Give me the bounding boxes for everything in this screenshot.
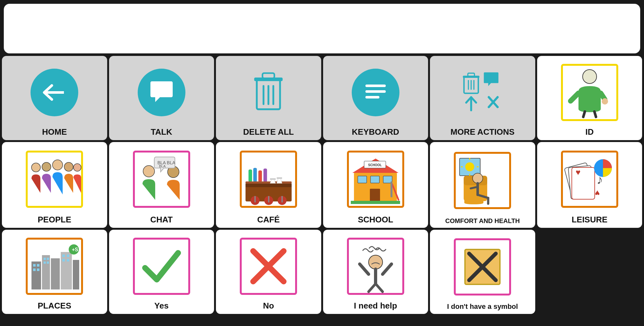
chat-button[interactable]: BLA BLA BLA CHAT (109, 142, 214, 228)
svg-point-59 (465, 162, 474, 171)
more-actions-icon-container (433, 60, 533, 125)
leisure-inner-frame: ♥ ♥ ♪ (561, 151, 618, 208)
svg-rect-80 (42, 255, 50, 289)
people-inner-frame (26, 151, 83, 208)
keyboard-button[interactable]: KEYBOARD (323, 56, 428, 140)
comfort-health-label: COMFORT AND HEALTH (445, 217, 520, 225)
cafe-inner-frame (240, 151, 297, 208)
more-actions-label: MORE ACTIONS (451, 127, 515, 137)
svg-rect-35 (253, 168, 257, 182)
people-button[interactable]: PEOPLE (2, 142, 107, 228)
leisure-button[interactable]: ♥ ♥ ♪ LEISURE (537, 142, 642, 228)
svg-rect-37 (264, 169, 267, 182)
home-label: HOME (42, 127, 67, 137)
svg-point-67 (473, 173, 483, 183)
svg-rect-84 (33, 264, 36, 267)
keyboard-label: KEYBOARD (352, 127, 399, 137)
id-button[interactable]: ID (537, 56, 642, 140)
yes-button[interactable]: Yes (109, 230, 214, 314)
id-label: ID (585, 127, 594, 137)
svg-line-102 (383, 264, 391, 274)
delete-all-label: DELETE ALL (243, 127, 294, 137)
chat-label: CHAT (150, 215, 173, 225)
people-icon-container (4, 146, 105, 212)
svg-point-26 (64, 162, 73, 171)
no-symbol-label: I don't have a symbol (447, 302, 518, 311)
svg-rect-52 (370, 189, 380, 201)
comfort-health-button[interactable]: COMFORT AND HEALTH (430, 142, 535, 228)
svg-point-20 (602, 98, 608, 105)
svg-rect-95 (67, 259, 69, 261)
keyboard-icon-container (326, 60, 426, 125)
svg-rect-93 (67, 255, 69, 257)
svg-rect-46 (277, 177, 282, 179)
home-teal-circle (31, 69, 78, 116)
svg-rect-50 (370, 176, 379, 183)
talk-icon-container (112, 60, 212, 125)
svg-rect-83 (73, 260, 79, 289)
more-actions-button[interactable]: MORE ACTIONS (430, 56, 535, 140)
cafe-button[interactable]: CAFÉ (216, 142, 321, 228)
svg-point-27 (73, 164, 81, 171)
places-inner-frame: +S (26, 238, 83, 295)
top-bar (3, 3, 641, 54)
delete-all-button[interactable]: DELETE ALL (216, 56, 321, 140)
school-icon-container: SCHOOL (326, 146, 426, 212)
home-button[interactable]: HOME (2, 56, 107, 140)
svg-rect-90 (44, 261, 46, 264)
i-need-help-label: I need help (354, 301, 397, 311)
no-symbol-button[interactable]: I don't have a symbol (430, 230, 535, 314)
svg-rect-85 (37, 264, 39, 267)
svg-rect-12 (468, 73, 474, 76)
home-icon-container (4, 60, 105, 125)
svg-point-19 (583, 70, 597, 84)
svg-point-24 (42, 162, 51, 171)
cafe-icon-container (218, 146, 319, 212)
leisure-icon-container: ♥ ♥ ♪ (540, 146, 640, 212)
svg-rect-36 (259, 171, 262, 182)
svg-rect-92 (62, 255, 65, 257)
keyboard-teal-circle (352, 69, 399, 116)
svg-rect-74 (572, 167, 595, 199)
svg-rect-33 (246, 183, 292, 187)
yes-label: Yes (154, 301, 169, 311)
school-label: SCHOOL (358, 215, 393, 225)
svg-rect-7 (365, 85, 386, 87)
id-inner-frame (561, 64, 618, 121)
svg-rect-87 (37, 268, 39, 271)
id-icon-container (540, 60, 640, 125)
svg-text:BLA: BLA (159, 164, 166, 168)
school-button[interactable]: SCHOOL SCHOOL (323, 142, 428, 228)
svg-rect-86 (33, 268, 36, 271)
comfort-health-inner-frame (454, 152, 511, 209)
svg-rect-38 (246, 181, 292, 184)
svg-point-25 (52, 160, 63, 170)
svg-text:♥: ♥ (595, 188, 600, 198)
i-need-help-inner-frame (347, 238, 404, 295)
no-label: No (263, 301, 274, 311)
svg-rect-88 (44, 258, 46, 260)
svg-rect-45 (270, 178, 276, 180)
no-symbol-icon-container (433, 234, 533, 300)
talk-button[interactable]: TALK (109, 56, 214, 140)
chat-icon-container: BLA BLA BLA (112, 146, 212, 212)
i-need-help-button[interactable]: I need help (323, 230, 428, 314)
leisure-label: LEISURE (571, 215, 607, 225)
svg-rect-82 (61, 252, 72, 289)
svg-line-21 (583, 112, 585, 117)
talk-teal-circle (138, 69, 185, 116)
button-grid: HOME TALK DE (0, 56, 644, 316)
places-button[interactable]: +S PLACES (2, 230, 107, 314)
svg-line-22 (594, 112, 596, 117)
comfort-health-icon-container (433, 146, 533, 214)
svg-rect-9 (365, 96, 379, 98)
svg-rect-3 (263, 73, 274, 78)
svg-rect-57 (391, 181, 392, 197)
no-button[interactable]: No (216, 230, 321, 314)
no-symbol-inner-frame (454, 238, 511, 295)
talk-label: TALK (151, 127, 172, 137)
svg-text:+S: +S (72, 247, 78, 252)
i-need-help-icon-container (326, 234, 426, 298)
svg-text:SCHOOL: SCHOOL (368, 163, 382, 167)
yes-icon-container (112, 234, 212, 298)
